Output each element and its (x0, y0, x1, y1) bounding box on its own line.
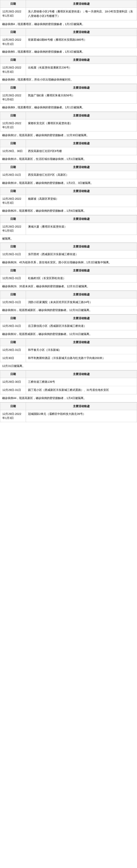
cell-date: 12月29日-31日 (0, 274, 26, 282)
table-row: 12月29日-30日 三桥街道三桥路139号 (0, 378, 137, 386)
table-header: 日期 主要活动轨迹 (0, 163, 137, 171)
header-date: 日期 (0, 163, 26, 171)
table-header: 日期 主要活动轨迹 (0, 84, 137, 92)
table-row: 12月29日-31日 消防小区家属院（未央区经开区开发凤城三路24号） (0, 299, 137, 306)
section-case32: 日期 主要活动轨迹 12月29日-31日 后卫寨佳苑小区（西咸新区沣东新城三桥街… (0, 314, 137, 338)
header-date: 日期 (0, 315, 26, 322)
header-date: 日期 (0, 243, 26, 250)
section-case29_35: 日期 主要活动轨迹 12月29日-31日 杜杨村2区（长安区郭杜街道） 确诊病例… (0, 267, 137, 291)
header-activity: 主要活动轨迹 (26, 56, 137, 64)
cell-date: 12月29日-2022年1月3日 (0, 64, 26, 75)
cell-date: 12月29日-2022年1月3日 (0, 410, 26, 422)
section-case15: 日期 主要活动轨迹 12月29日、30日 西安高新创汇社区F区6号楼 确诊病例1… (0, 140, 137, 163)
section-case25: 日期 主要活动轨迹 12月29日-2022年1月3日 杨家坡（高新区草堂镇） 确… (0, 187, 137, 215)
header-date: 日期 (0, 28, 26, 36)
cell-date: 12月29日-30日 (0, 378, 26, 386)
header-activity: 主要活动轨迹 (26, 112, 137, 119)
confirm-text: 确诊病例25，现居雁塔区，确诊病例的密切接触者，1月6日被隔离。 (0, 207, 137, 215)
table-row: 12月29日-2022年1月1日 紫都长安北区（雁塔区长延堡街道） (0, 119, 137, 131)
case-table: 日期 主要活动轨迹 12月29日-31日 西安高新创汇社区F区（高新区） (0, 163, 137, 179)
table-header: 日期 主要活动轨迹 (0, 291, 137, 299)
header-date: 日期 (0, 187, 26, 195)
table-row: 12月29日-2022年1月5日 澳城大厦（雁塔区长延堡街道） (0, 223, 137, 235)
case-table: 日期 主要活动轨迹 12月29日-31日 杜杨村2区（长安区郭杜街道） (0, 267, 137, 283)
header-date: 日期 (0, 403, 26, 410)
cell-activity: 东八里锦巷小区1号楼（雁塔区长延堡街道）；每一天便利店、18小时百货便利店（东八… (26, 8, 137, 20)
confirm-text: 12月31日被隔离。 (0, 362, 137, 370)
cell-activity: 世家星城G期86号楼（雁塔区长安西路1985号） (26, 36, 137, 48)
header-activity: 主要活动轨迹 (26, 140, 137, 147)
header-activity: 主要活动轨迹 (26, 403, 137, 410)
table-row: 12月29日-31日 园丁苑小区（西咸新区沣东新城三桥武置路）、31号居住地长安… (0, 386, 137, 394)
cell-date: 12月29日-31日 (0, 299, 26, 306)
case-table: 日期 主要活动轨迹 12月29日-31日 东凹里村（西咸新区沣东新城三桥街道） (0, 243, 137, 258)
section-case44b: 日期 主要活动轨迹 12月29日-30日 三桥街道三桥路139号 12月29日-… (0, 370, 137, 402)
table-row: 12月29日-2022年1月3日 冠城国际2单元（灞桥区中段科技大路北39号） (0, 410, 137, 422)
section-case19: 日期 主要活动轨迹 12月29日-31日 西安高新创汇社区F区（高新区） 确诊病… (0, 163, 137, 187)
cell-date: 12月29日-31日 (0, 346, 26, 354)
table-row: 12月29日-2022年1月3日 出租屋（长延堡街道潘家庄236号） (0, 64, 137, 75)
confirm-text: 确诊病例5，现居雁塔区，确诊病例的密切接触者，1月3日被隔离。 (0, 48, 137, 56)
section-case9: 日期 主要活动轨迹 12月29日-2022年1月6日 凯旋广场E座（雁塔区朱雀大… (0, 84, 137, 112)
header-activity: 主要活动轨迹 (26, 187, 137, 195)
confirm-text: 被隔离。 (0, 235, 137, 243)
section-case31: 日期 主要活动轨迹 12月29日-2022年1月5日 澳城大厦（雁塔区长延堡街道… (0, 215, 137, 243)
header-date: 日期 (0, 140, 26, 147)
header-activity: 主要活动轨迹 (26, 215, 137, 223)
cell-date: 12月29日-31日 (0, 171, 26, 179)
cell-activity: 西安高新创汇社区F区6号楼 (26, 147, 137, 155)
cell-activity: 紫都长安北区（雁塔区长延堡街道） (26, 119, 137, 131)
header-activity: 主要活动轨迹 (26, 84, 137, 91)
cell-activity: 西安高新创汇社区F区（高新区） (26, 171, 137, 179)
cell-activity: 东凹里村（西咸新区沣东新城三桥街道） (26, 250, 137, 258)
header-date: 日期 (0, 112, 26, 119)
cell-activity: 和平利奥斯特酒店（沣东新城天台路与红光路十字向南200米） (26, 354, 137, 362)
section-case44: 日期 主要活动轨迹 12月29日-31日 和平春天小区（沣东新城） 12月30日… (0, 338, 137, 370)
section-case28_45: 日期 主要活动轨迹 12月29日-31日 东凹里村（西咸新区沣东新城三桥街道） … (0, 243, 137, 267)
cell-date: 12月29日-2022年1月5日 (0, 223, 26, 235)
table-row: 12月29日-31日 后卫寨佳苑小区（西咸新区沣东新城三桥街道） (0, 322, 137, 330)
case-table: 日期 主要活动轨迹 12月29日-2022年1月3日 东八里锦巷小区1号楼（雁塔… (0, 0, 137, 20)
table-row: 12月29日-2022年1月3日 杨家坡（高新区草堂镇） (0, 195, 137, 207)
table-header: 日期 主要活动轨迹 (0, 371, 137, 378)
case-table: 日期 主要活动轨迹 12月29日-31日 和平春天小区（沣东新城） 12月30日… (0, 338, 137, 363)
cell-activity: 三桥街道三桥路139号 (26, 378, 137, 386)
case-table: 日期 主要活动轨迹 12月29日-30日 三桥街道三桥路139号 12月29日-… (0, 370, 137, 394)
case-table: 日期 主要活动轨迹 12月29日-31日 消防小区家属院（未央区经开区开发凤城三… (0, 291, 137, 307)
cell-activity: 冠城国际2单元（灞桥区中段科技大路北39号） (26, 410, 137, 422)
header-activity: 主要活动轨迹 (26, 243, 137, 250)
cell-date: 12月30日 (0, 354, 26, 362)
table-header: 日期 主要活动轨迹 (0, 403, 137, 410)
confirm-text: 确诊病例32，现居西咸新区，确诊病例的密切接触者。12月31日被隔离。 (0, 330, 137, 338)
case-table: 日期 主要活动轨迹 12月29日、30日 西安高新创汇社区F区6号楼 (0, 140, 137, 155)
cell-date: 12月29日-31日 (0, 250, 26, 258)
cell-activity: 澳城大厦（雁塔区长延堡街道） (26, 223, 137, 235)
header-activity: 主要活动轨迹 (26, 371, 137, 378)
header-activity: 主要活动轨迹 (26, 163, 137, 171)
table-header: 日期 主要活动轨迹 (0, 215, 137, 223)
table-row: 12月30日 和平利奥斯特酒店（沣东新城天台路与红光路十字向南200米） (0, 354, 137, 362)
case-table: 日期 主要活动轨迹 12月29日-2022年1月3日 出租屋（长延堡街道潘家庄2… (0, 56, 137, 76)
cell-activity: 杨家坡（高新区草堂镇） (26, 195, 137, 207)
confirm-text: 确诊病例19，现居高新区，确诊病例的密切接触者。1月2日、3日被隔离。 (0, 179, 137, 187)
cell-activity: 和平春天小区（沣东新城） (26, 346, 137, 354)
table-header: 日期 主要活动轨迹 (0, 28, 137, 36)
header-date: 日期 (0, 0, 26, 7)
header-activity: 主要活动轨迹 (26, 315, 137, 322)
header-date: 日期 (0, 267, 26, 274)
section-case4: 日期 主要活动轨迹 12月29日-2022年1月3日 东八里锦巷小区1号楼（雁塔… (0, 0, 137, 28)
header-date: 日期 (0, 84, 26, 91)
cell-date: 12月29日-2022年1月6日 (0, 92, 26, 103)
table-header: 日期 主要活动轨迹 (0, 243, 137, 250)
header-date: 日期 (0, 371, 26, 378)
section-case31b: 日期 主要活动轨迹 12月29日-31日 消防小区家属院（未央区经开区开发凤城三… (0, 291, 137, 315)
cell-date: 12月29日-2022年1月1日 (0, 36, 26, 48)
table-row: 12月29日-2022年1月3日 东八里锦巷小区1号楼（雁塔区长延堡街道）；每一… (0, 8, 137, 20)
section-case5: 日期 主要活动轨迹 12月29日-2022年1月1日 世家星城G期86号楼（雁塔… (0, 28, 137, 56)
table-row: 12月29日-2022年1月6日 凯旋广场E座（雁塔区朱雀大街56号） (0, 92, 137, 103)
cell-activity: 杜杨村2区（长安区郭杜街道） (26, 274, 137, 282)
cell-activity: 出租屋（长延堡街道潘家庄236号） (26, 64, 137, 75)
confirm-text: 确诊病例31，现居西咸新区，确诊病例的密切接触者。12月31日被隔离。 (0, 306, 137, 314)
cell-date: 12月29日-2022年1月1日 (0, 119, 26, 131)
section-case12: 日期 主要活动轨迹 12月29日-2022年1月1日 紫都长安北区（雁塔区长延堡… (0, 112, 137, 140)
